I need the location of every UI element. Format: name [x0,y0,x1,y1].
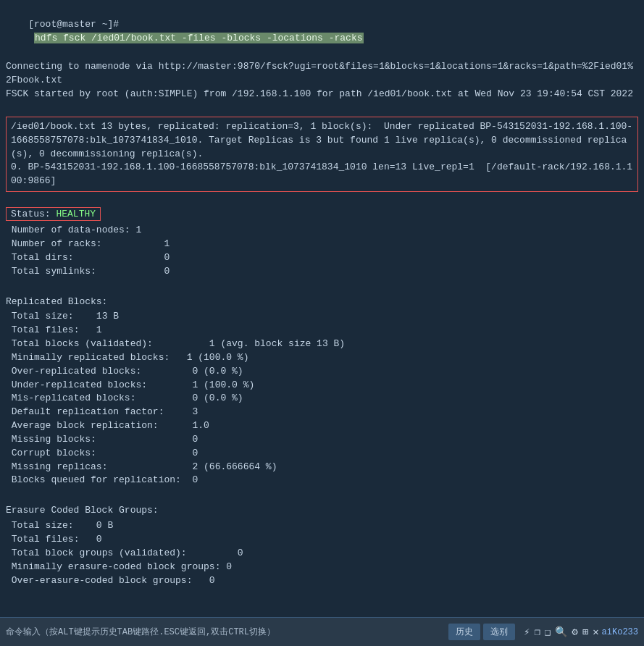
rep-over-replicated: Over-replicated blocks: 0 (0.0 %) [6,365,638,379]
close-icon[interactable]: ✕ [593,626,598,638]
status-box: Status: HEALTHY [6,207,101,221]
terminal: [root@master ~]# hdfs fsck /ied01/book.t… [0,0,644,617]
rep-missing-blocks: Missing blocks: 0 [6,433,638,447]
grid-icon[interactable]: ⊞ [582,626,588,638]
copy-icon-2[interactable]: ❑ [545,626,551,638]
rep-corrupt-blocks: Corrupt blocks: 0 [6,447,638,461]
lightning-icon[interactable]: ⚡ [524,626,530,638]
erasure-total-files: Total files: 0 [6,533,638,547]
erasure-total-groups: Total block groups (validated): 0 [6,547,638,561]
stat-dirs: Total dirs: 0 [6,251,638,265]
search-icon[interactable]: 🔍 [555,626,567,638]
rep-total-size: Total size: 13 B [6,310,638,324]
rep-avg-replication: Average block replication: 1.0 [6,419,638,433]
prompt: [root@master ~]# [28,19,119,30]
rep-total-files: Total files: 1 [6,324,638,337]
stat-racks: Number of racks: 1 [6,238,638,251]
stats-section: Number of data-nodes: 1 Number of racks:… [6,224,638,278]
status-line: Status: HEALTHY [6,207,638,224]
status-label: Status: [11,209,51,219]
command-text: hdfs fsck /ied01/book.txt -files -blocks… [34,33,363,43]
rep-blocks-queued: Blocks queued for replication: 0 [6,474,638,487]
hint-text: 命令输入（按ALT键提示历史TAB键路径.ESC键返回,双击CTRL切换） [6,627,275,637]
connecting-line: Connecting to namenode via http://master… [6,60,638,88]
fsck-started-line: FSCK started by root (auth:SIMPLE) from … [6,88,638,101]
select-button[interactable]: 选别 [483,624,515,640]
copy-icon-1[interactable]: ❐ [534,626,540,638]
icon-area: ⚡ ❐ ❑ 🔍 ⚙ ⊞ ✕ [524,626,599,638]
user-label: aiKo233 [602,627,638,637]
erasure-total-size: Total size: 0 B [6,519,638,533]
bottom-right-controls: 历史 选别 ⚡ ❐ ❑ 🔍 ⚙ ⊞ ✕ aiKo233 [448,624,638,640]
file-info-box: /ied01/book.txt 13 bytes, replicated: re… [6,117,638,192]
bottom-bar: 命令输入（按ALT键提示历史TAB键路径.ESC键返回,双击CTRL切换） 历史… [0,617,644,646]
rep-missing-replicas: Missing replicas: 2 (66.666664 %) [6,461,638,474]
replicated-header: Replicated Blocks: [6,295,638,309]
stat-symlinks: Total symlinks: 0 [6,265,638,279]
erasure-over-groups: Over-erasure-coded block groups: 0 [6,574,638,588]
stat-data-nodes: Number of data-nodes: 1 [6,224,638,238]
settings-icon[interactable]: ⚙ [572,626,577,638]
rep-mis-replicated: Mis-replicated blocks: 0 (0.0 %) [6,392,638,406]
rep-under-replicated: Under-replicated blocks: 1 (100.0 %) [6,379,638,393]
rep-default-factor: Default replication factor: 3 [6,406,638,419]
erasure-header: Erasure Coded Block Groups: [6,504,638,518]
rep-total-blocks: Total blocks (validated): 1 (avg. block … [6,337,638,351]
command-line: [root@master ~]# hdfs fsck /ied01/book.t… [6,4,638,59]
history-button[interactable]: 历史 [448,624,480,640]
file-info-content: /ied01/book.txt 13 bytes, replicated: re… [11,120,633,188]
status-value-text: HEALTHY [56,209,96,219]
bottom-hint: 命令输入（按ALT键提示历史TAB键路径.ESC键返回,双击CTRL切换） [6,626,448,638]
rep-min-replicated: Minimally replicated blocks: 1 (100.0 %) [6,351,638,365]
erasure-min-groups: Minimally erasure-coded block groups: 0 [6,561,638,574]
